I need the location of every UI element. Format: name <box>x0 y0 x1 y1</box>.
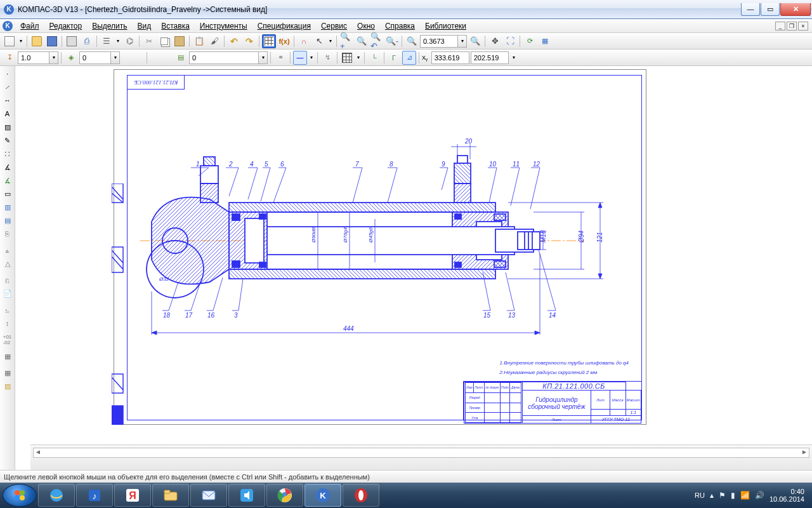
cut-button[interactable]: ✂ <box>142 34 156 48</box>
drawing-canvas[interactable]: КП.21.121.000.СБ <box>15 66 812 470</box>
step-field[interactable] <box>18 51 49 64</box>
zoom-out-button[interactable]: 🔍- <box>385 34 399 48</box>
new-button[interactable] <box>3 34 16 48</box>
view-tree-button[interactable]: ▦ <box>538 34 552 48</box>
geom-dim-button[interactable]: ↔ <box>1 94 14 107</box>
task-sound[interactable] <box>228 484 265 507</box>
zoom-window-button[interactable]: 🔍 <box>355 34 369 48</box>
geom-axis-button[interactable]: ⸬ <box>1 147 14 160</box>
zoom-in-button[interactable]: 🔍+ <box>339 34 353 48</box>
scale-increase-button[interactable]: 🔍 <box>468 34 482 48</box>
menu-file[interactable]: Файл <box>15 20 44 32</box>
save-button[interactable] <box>45 34 59 48</box>
task-wmp[interactable]: ♪ <box>76 484 113 507</box>
clock[interactable]: 0:40 10.06.2014 <box>769 488 804 503</box>
doc-icon[interactable]: K <box>3 21 13 31</box>
geom-spec-button[interactable]: ▥ <box>1 201 14 213</box>
view-num-field[interactable] <box>189 51 259 64</box>
menu-help[interactable]: Справка <box>380 20 420 32</box>
h-scrollbar[interactable] <box>33 448 809 458</box>
lt-btn-g[interactable]: +01-02 <box>1 333 14 346</box>
task-yandex[interactable]: Я <box>114 484 151 507</box>
task-chrome[interactable] <box>266 484 303 507</box>
props-dd-button[interactable]: ▾ <box>115 34 121 48</box>
view-state-button[interactable]: ▤ <box>174 51 188 65</box>
select-dd-button[interactable]: ▾ <box>327 34 334 48</box>
mdi-restore-button[interactable]: ❐ <box>787 22 797 30</box>
preview-button[interactable]: ⎙ <box>80 34 94 48</box>
lang-indicator[interactable]: RU <box>695 491 705 499</box>
zoom-field[interactable] <box>420 35 458 48</box>
task-explorer[interactable] <box>152 484 189 507</box>
task-opera[interactable] <box>343 484 379 507</box>
lt-btn-c[interactable]: ⎌ <box>1 274 14 286</box>
xyz-button[interactable]: ↯ <box>320 51 334 65</box>
new-dd-button[interactable]: ▾ <box>18 34 24 48</box>
zoom-dd-button[interactable]: ▾ <box>458 35 467 48</box>
linestyle-dd-button[interactable]: ▾ <box>308 51 315 65</box>
linestyle-button[interactable]: — <box>293 51 307 65</box>
lt-btn-b[interactable]: △ <box>1 257 14 270</box>
task-mail[interactable] <box>190 484 227 507</box>
tray-up-icon[interactable]: ▴ <box>710 491 714 500</box>
tray-network-icon[interactable]: 📶 <box>740 491 750 500</box>
coord-y-field[interactable] <box>471 51 509 64</box>
print-button[interactable] <box>65 34 79 48</box>
zoom-value-input[interactable]: ▾ <box>420 35 467 48</box>
start-button[interactable] <box>3 484 37 507</box>
view-num-input[interactable]: ▾ <box>189 51 268 64</box>
window-maximize-button[interactable] <box>761 3 780 16</box>
select-button[interactable]: ↖ <box>312 34 326 48</box>
menu-view[interactable]: Вид <box>133 20 157 32</box>
task-kompas[interactable]: K <box>304 484 341 507</box>
geom-report-button[interactable]: ▤ <box>1 214 14 227</box>
open-button[interactable] <box>30 34 44 48</box>
format-painter-button[interactable]: 🖌 <box>207 34 221 48</box>
redo-button[interactable]: ↷ <box>242 34 256 48</box>
menu-editor[interactable]: Редактор <box>44 20 88 32</box>
step-dd-button[interactable]: ▾ <box>49 51 58 64</box>
geom-param-button[interactable]: ∡ <box>1 161 14 173</box>
ortho-button[interactable]: └ <box>367 51 381 65</box>
snap-toggle-button[interactable]: ↧ <box>3 51 16 65</box>
menu-select[interactable]: Выделить <box>87 20 132 32</box>
window-close-button[interactable] <box>780 3 811 16</box>
lt-btn-i[interactable]: ▦ <box>1 366 14 379</box>
tree-button[interactable]: ⌬ <box>122 34 136 48</box>
pan-button[interactable]: ✥ <box>488 34 502 48</box>
props-button[interactable]: ☰ <box>100 34 114 48</box>
lt-btn-j[interactable]: ▨ <box>1 380 14 392</box>
undo-button[interactable]: ↶ <box>227 34 241 48</box>
mdi-close-button[interactable]: × <box>798 22 808 30</box>
geom-select-button[interactable]: ▭ <box>1 187 14 200</box>
menu-insert[interactable]: Вставка <box>156 20 195 32</box>
tray-battery-icon[interactable]: ▮ <box>731 491 735 500</box>
lt-btn-f[interactable]: ↕ <box>1 317 14 330</box>
mdi-minimize-button[interactable]: _ <box>775 22 785 30</box>
round-button[interactable]: ⊿ <box>402 51 416 65</box>
lt-btn-e[interactable]: ⎁ <box>1 304 14 316</box>
scale-decrease-button[interactable]: 🔍 <box>405 34 419 48</box>
vars-button[interactable]: f(x) <box>277 34 291 48</box>
layer-input[interactable]: ▾ <box>79 51 120 64</box>
zoom-prev-button[interactable]: 🔍↶ <box>370 34 384 48</box>
lt-btn-h[interactable]: ▦ <box>1 350 14 363</box>
window-minimize-button[interactable] <box>741 3 760 16</box>
tablegrid-button[interactable] <box>262 34 276 48</box>
step-input[interactable]: ▾ <box>18 51 58 64</box>
menu-service[interactable]: Сервис <box>316 20 352 32</box>
copy-button[interactable] <box>157 34 171 48</box>
menu-tools[interactable]: Инструменты <box>195 20 252 32</box>
geom-hatch-button[interactable]: ▨ <box>1 121 14 133</box>
paste-button[interactable] <box>173 34 187 48</box>
redraw-button[interactable]: ⟳ <box>523 34 537 48</box>
magnet-button[interactable]: ∩ <box>297 34 311 48</box>
tray-flag-icon[interactable]: ⚑ <box>719 491 726 500</box>
local-cs-button[interactable]: Γ <box>387 51 401 65</box>
zoom-fit-button[interactable]: ⛶ <box>503 34 517 48</box>
layer-dd-button[interactable]: ▾ <box>111 51 120 64</box>
grid-button[interactable] <box>340 51 354 65</box>
task-ie[interactable] <box>38 484 75 507</box>
geom-point-button[interactable]: · <box>1 67 14 80</box>
coord-x-field[interactable] <box>431 51 469 64</box>
